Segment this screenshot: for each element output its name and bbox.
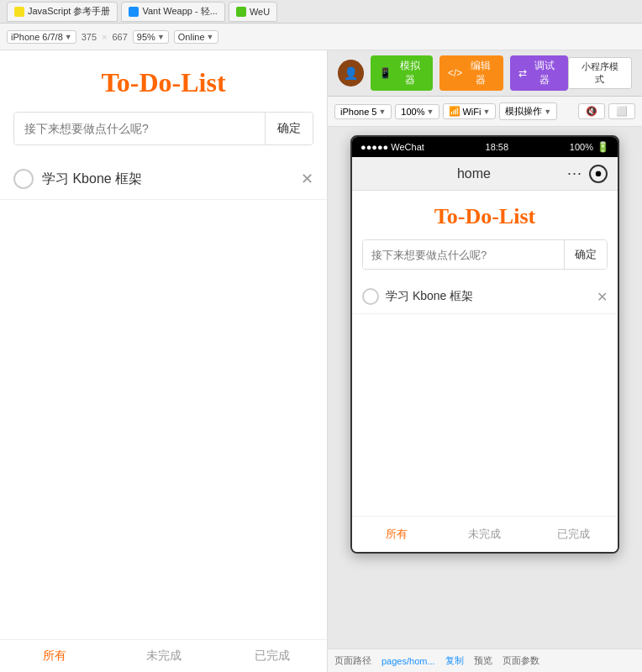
phone-todo-input[interactable] — [363, 240, 564, 269]
mini-mode-button[interactable]: 小程序模式 — [568, 57, 632, 89]
left-todo-delete-0[interactable]: ✕ — [301, 170, 313, 188]
left-preview-panel: To-Do-List 确定 学习 Kbone 框架 ✕ 所有 未完成 已完成 — [0, 50, 328, 672]
phone-todo-delete-0[interactable]: ✕ — [597, 289, 608, 305]
page-path-label: 页面路径 — [334, 654, 371, 667]
tab-vant-label: Vant Weapp - 轻... — [142, 5, 217, 18]
sim-action-select[interactable]: 模拟操作 ▼ — [499, 102, 557, 120]
tab-js[interactable]: JavaScript 参考手册 — [7, 2, 118, 22]
phone-frame: ●●●●● WeChat 18:58 100% 🔋 home ··· ⏺ — [350, 135, 619, 554]
zoom-select[interactable]: 95% ▼ — [133, 30, 169, 44]
sim-action-chevron: ▼ — [544, 108, 551, 116]
left-app-content: To-Do-List 确定 学习 Kbone 框架 ✕ 所有 未完成 已完成 — [0, 50, 327, 672]
battery-label: 100% — [570, 142, 593, 152]
debugger-icon: ⇄ — [518, 67, 527, 79]
status-time: 18:58 — [486, 142, 509, 152]
width-value: 375 — [82, 32, 97, 42]
device-chevron: ▼ — [65, 33, 72, 41]
sim-toolbar: iPhone 5 ▼ 100% ▼ 📶 WiFi ▼ 模拟操作 ▼ 🔇 ⬜ — [328, 97, 642, 127]
left-todo-checkbox-0[interactable] — [13, 169, 34, 189]
phone-footer: 所有 未完成 已完成 — [352, 516, 618, 552]
sim-device-select[interactable]: iPhone 5 ▼ — [334, 104, 392, 119]
devtools-header: 👤 📱 模拟器 </> 编辑器 ⇄ 调试器 小程序模式 — [328, 50, 642, 97]
left-tab-complete[interactable]: 已完成 — [218, 648, 327, 664]
phone-todo-checkbox-0[interactable] — [362, 288, 379, 305]
phone-app-content: To-Do-List 确定 学习 Kbone 框架 ✕ 所有 未完成 已 — [352, 191, 618, 552]
avatar: 👤 — [338, 60, 364, 87]
sim-device-chevron: ▼ — [378, 108, 386, 116]
left-toolbar: iPhone 6/7/8 ▼ 375 × 667 95% ▼ Online ▼ — [0, 24, 642, 50]
left-spacer — [0, 200, 327, 639]
phone-app-title: To-Do-List — [352, 191, 618, 239]
copy-link[interactable]: 复制 — [445, 654, 464, 667]
sim-network-select[interactable]: 📶 WiFi ▼ — [443, 103, 496, 119]
vant-icon — [129, 7, 139, 17]
network-select[interactable]: Online ▼ — [174, 30, 218, 44]
sim-layout-button[interactable]: ⬜ — [608, 103, 635, 119]
sim-zoom-chevron: ▼ — [427, 108, 434, 116]
left-todo-item-0: 学习 Kbone 框架 ✕ — [0, 159, 327, 200]
phone-status-bar: ●●●●● WeChat 18:58 100% 🔋 — [352, 137, 618, 157]
left-confirm-button[interactable]: 确定 — [265, 113, 313, 144]
dimension-sep: × — [102, 32, 107, 42]
carrier-label: ●●●●● WeChat — [360, 142, 424, 152]
left-app-title: To-Do-List — [0, 50, 327, 112]
we-icon — [236, 7, 246, 17]
sim-network-chevron: ▼ — [482, 108, 490, 116]
phone-input-row: 确定 — [362, 239, 608, 270]
phone-todo-item-0: 学习 Kbone 框架 ✕ — [352, 280, 618, 314]
phone-tab-complete[interactable]: 已完成 — [529, 523, 618, 545]
left-tab-incomplete[interactable]: 未完成 — [109, 648, 218, 664]
zoom-chevron: ▼ — [157, 33, 165, 41]
sim-zoom-select[interactable]: 100% ▼ — [395, 104, 439, 119]
simulator-icon: 📱 — [379, 67, 392, 79]
height-value: 667 — [113, 32, 128, 42]
right-simulator-panel: 👤 📱 模拟器 </> 编辑器 ⇄ 调试器 小程序模式 iPhone 5 — [328, 50, 642, 672]
phone-tab-all[interactable]: 所有 — [352, 523, 440, 545]
devtools-header-left: 👤 📱 模拟器 </> 编辑器 ⇄ 调试器 — [338, 55, 568, 91]
left-tab-all[interactable]: 所有 — [0, 648, 109, 664]
tab-vant[interactable]: Vant Weapp - 轻... — [121, 2, 224, 22]
phone-app-spacer — [352, 314, 618, 516]
debugger-button[interactable]: ⇄ 调试器 — [510, 55, 568, 91]
wifi-icon: 📶 — [449, 106, 460, 117]
scene-label: 预览 — [474, 654, 492, 667]
tab-we[interactable]: WeU — [229, 2, 277, 22]
left-footer: 所有 未完成 已完成 — [0, 639, 327, 672]
editor-button[interactable]: </> 编辑器 — [439, 55, 503, 91]
phone-confirm-button[interactable]: 确定 — [564, 240, 607, 269]
page-path-value[interactable]: pages/hom... — [382, 656, 435, 666]
editor-icon: </> — [448, 67, 462, 79]
phone-container: ●●●●● WeChat 18:58 100% 🔋 home ··· ⏺ — [328, 127, 642, 648]
simulator-button[interactable]: 📱 模拟器 — [371, 55, 433, 91]
phone-tab-incomplete[interactable]: 未完成 — [440, 523, 529, 545]
phone-todo-text-0: 学习 Kbone 框架 — [386, 289, 590, 304]
status-bar-right: 100% 🔋 — [570, 141, 609, 153]
left-todo-text-0: 学习 Kbone 框架 — [42, 171, 292, 188]
battery-icon: 🔋 — [597, 141, 609, 153]
left-input-row: 确定 — [13, 112, 313, 145]
params-label: 页面参数 — [503, 654, 539, 667]
sim-status-bar: 页面路径 pages/hom... 复制 预览 页面参数 — [328, 648, 642, 672]
js-icon — [14, 7, 24, 17]
status-bar-left: ●●●●● WeChat — [360, 142, 424, 152]
device-select[interactable]: iPhone 6/7/8 ▼ — [7, 30, 76, 44]
main-area: To-Do-List 确定 学习 Kbone 框架 ✕ 所有 未完成 已完成 👤 — [0, 50, 642, 672]
nav-dots-icon[interactable]: ··· — [567, 165, 582, 182]
nav-title: home — [457, 166, 491, 181]
tab-we-label: WeU — [250, 7, 270, 17]
nav-icons: ··· ⏺ — [567, 165, 608, 183]
left-todo-input[interactable] — [14, 113, 265, 144]
tab-bar: JavaScript 参考手册 Vant Weapp - 轻... WeU — [0, 0, 642, 24]
sim-volume-button[interactable]: 🔇 — [578, 103, 605, 119]
nav-record-icon[interactable]: ⏺ — [589, 165, 608, 183]
tab-js-label: JavaScript 参考手册 — [28, 5, 110, 18]
phone-nav-bar: home ··· ⏺ — [352, 157, 618, 191]
network-chevron: ▼ — [207, 33, 214, 41]
